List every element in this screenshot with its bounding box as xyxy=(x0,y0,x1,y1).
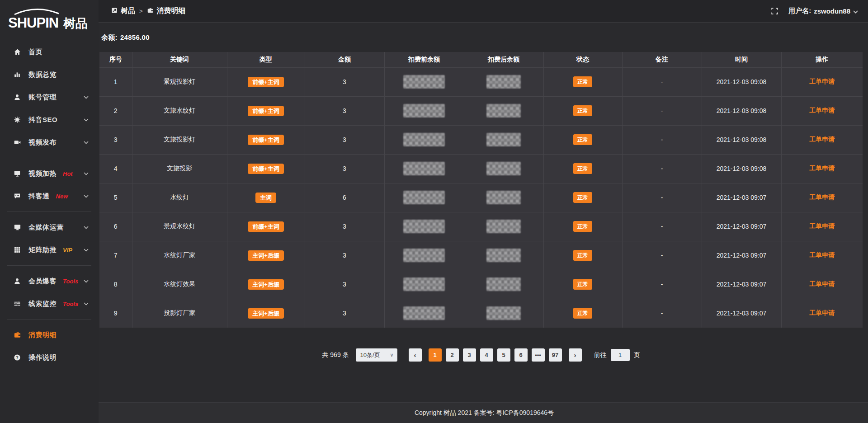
cell-pre-balance xyxy=(384,299,464,328)
cell-status: 正常 xyxy=(543,299,622,328)
monitor-icon xyxy=(13,223,22,231)
cell-keyword: 景观投影灯 xyxy=(132,67,227,96)
sidebar-item-label: 视频发布 xyxy=(28,138,57,147)
more-pages-button[interactable]: ••• xyxy=(532,348,545,362)
masked-value xyxy=(486,220,521,233)
page-button-2[interactable]: 2 xyxy=(446,348,459,362)
work-order-link[interactable]: 工单申请 xyxy=(809,164,835,172)
cell-time: 2021-12-03 09:07 xyxy=(702,299,781,328)
work-order-link[interactable]: 工单申请 xyxy=(809,107,835,114)
sidebar-item-抖音SEO[interactable]: 抖音SEO xyxy=(0,108,99,131)
sidebar-item-全媒体运营[interactable]: 全媒体运营 xyxy=(0,216,99,239)
work-order-link[interactable]: 工单申请 xyxy=(809,193,835,201)
page-button-5[interactable]: 5 xyxy=(497,348,510,362)
status-badge: 正常 xyxy=(573,105,592,116)
page-buttons: 123456•••97 xyxy=(429,348,562,362)
video-icon xyxy=(13,138,22,146)
page-button-97[interactable]: 97 xyxy=(549,348,562,362)
sidebar-item-label: 会员爆客 xyxy=(28,277,57,286)
brand-logo[interactable]: SHUPIN 树品 xyxy=(0,4,99,41)
cell-pre-balance xyxy=(384,270,464,299)
wallet-icon xyxy=(147,7,154,15)
page-button-4[interactable]: 4 xyxy=(480,348,493,362)
goto-page-input[interactable] xyxy=(611,349,630,361)
next-page-button[interactable]: › xyxy=(569,348,582,362)
page-button-1[interactable]: 1 xyxy=(429,348,442,362)
table-row: 5水纹灯主词6正常-2021-12-03 09:07工单申请 xyxy=(99,183,863,212)
sidebar-item-操作说明[interactable]: ?操作说明 xyxy=(0,346,99,369)
cell-index: 5 xyxy=(99,183,132,212)
sidebar-item-消费明细[interactable]: 消费明细 xyxy=(0,324,99,346)
prev-page-button[interactable]: ‹ xyxy=(409,348,422,362)
work-order-link[interactable]: 工单申请 xyxy=(809,309,835,316)
cell-time: 2021-12-03 09:08 xyxy=(702,125,781,154)
column-header-类型: 类型 xyxy=(227,52,305,67)
balance: 余额:24856.00 xyxy=(99,33,863,42)
sidebar-item-badge: Tools xyxy=(63,278,78,285)
cell-pre-balance xyxy=(384,241,464,270)
cell-type: 前缀+主词 xyxy=(227,125,305,154)
cell-time: 2021-12-03 09:07 xyxy=(702,241,781,270)
page-button-6[interactable]: 6 xyxy=(514,348,528,362)
status-badge: 正常 xyxy=(573,279,592,290)
status-badge: 正常 xyxy=(573,163,592,174)
cell-amount: 3 xyxy=(305,154,384,183)
breadcrumb-current-label: 消费明细 xyxy=(157,6,186,16)
footer: Copyright 树品 2021 备案号: 粤ICP备09019646号 xyxy=(99,402,868,423)
column-header-扣费后余额: 扣费后余额 xyxy=(464,52,543,67)
page-button-3[interactable]: 3 xyxy=(463,348,476,362)
sidebar-nav: 首页数据总览账号管理抖音SEO视频发布视频加热Hot抖客通New全媒体运营矩阵助… xyxy=(0,41,99,369)
cell-action: 工单申请 xyxy=(781,125,863,154)
sidebar-item-会员爆客[interactable]: 会员爆客Tools xyxy=(0,270,99,292)
balance-value: 24856.00 xyxy=(120,33,150,41)
masked-value xyxy=(403,104,445,118)
topbar: 树品 > 消费明细 用户名: zswodun88 xyxy=(99,0,868,23)
cell-keyword: 景观水纹灯 xyxy=(132,212,227,241)
sidebar-item-label: 线索监控 xyxy=(28,300,57,308)
cell-post-balance xyxy=(464,125,543,154)
work-order-link[interactable]: 工单申请 xyxy=(809,78,835,85)
cell-time: 2021-12-03 09:08 xyxy=(702,154,781,183)
breadcrumb-separator: > xyxy=(139,8,143,14)
sidebar: SHUPIN 树品 首页数据总览账号管理抖音SEO视频发布视频加热Hot抖客通N… xyxy=(0,0,99,423)
cell-amount: 6 xyxy=(305,183,384,212)
fullscreen-icon[interactable] xyxy=(771,7,778,15)
column-header-状态: 状态 xyxy=(543,52,622,67)
cell-index: 8 xyxy=(99,270,132,299)
topbar-right: 用户名: zswodun88 xyxy=(771,7,858,15)
cell-action: 工单申请 xyxy=(781,212,863,241)
cell-type: 主词+后缀 xyxy=(227,241,305,270)
cell-amount: 3 xyxy=(305,125,384,154)
cell-time: 2021-12-03 09:08 xyxy=(702,67,781,96)
sidebar-item-数据总览[interactable]: 数据总览 xyxy=(0,63,99,86)
cell-index: 4 xyxy=(99,154,132,183)
masked-value xyxy=(486,133,521,146)
user-menu[interactable]: 用户名: zswodun88 xyxy=(788,7,858,15)
type-badge: 前缀+主词 xyxy=(248,135,284,145)
column-header-金额: 金额 xyxy=(305,52,384,67)
work-order-link[interactable]: 工单申请 xyxy=(809,251,835,258)
work-order-link[interactable]: 工单申请 xyxy=(809,280,835,287)
breadcrumb-home[interactable]: 树品 xyxy=(111,6,135,16)
status-badge: 正常 xyxy=(573,134,592,145)
cell-note: - xyxy=(622,125,702,154)
cell-status: 正常 xyxy=(543,67,622,96)
sidebar-item-矩阵助推[interactable]: 矩阵助推VIP xyxy=(0,239,99,261)
type-badge: 前缀+主词 xyxy=(248,221,284,232)
breadcrumb-current[interactable]: 消费明细 xyxy=(147,6,186,16)
cell-pre-balance xyxy=(384,183,464,212)
page-size-select[interactable]: 10条/页 ∨ xyxy=(356,348,397,362)
question-icon: ? xyxy=(13,353,22,362)
user-icon xyxy=(13,93,22,101)
sidebar-item-线索监控[interactable]: 线索监控Tools xyxy=(0,292,99,315)
table-body: 1景观投影灯前缀+主词3正常-2021-12-03 09:08工单申请2文旅水纹… xyxy=(99,67,863,328)
sidebar-item-首页[interactable]: 首页 xyxy=(0,41,99,63)
cell-action: 工单申请 xyxy=(781,241,863,270)
sidebar-item-账号管理[interactable]: 账号管理 xyxy=(0,86,99,108)
work-order-link[interactable]: 工单申请 xyxy=(809,222,835,230)
cell-index: 2 xyxy=(99,96,132,125)
work-order-link[interactable]: 工单申请 xyxy=(809,136,835,143)
sidebar-item-抖客通[interactable]: 抖客通New xyxy=(0,185,99,207)
sidebar-item-视频发布[interactable]: 视频发布 xyxy=(0,131,99,154)
sidebar-item-视频加热[interactable]: 视频加热Hot xyxy=(0,162,99,185)
